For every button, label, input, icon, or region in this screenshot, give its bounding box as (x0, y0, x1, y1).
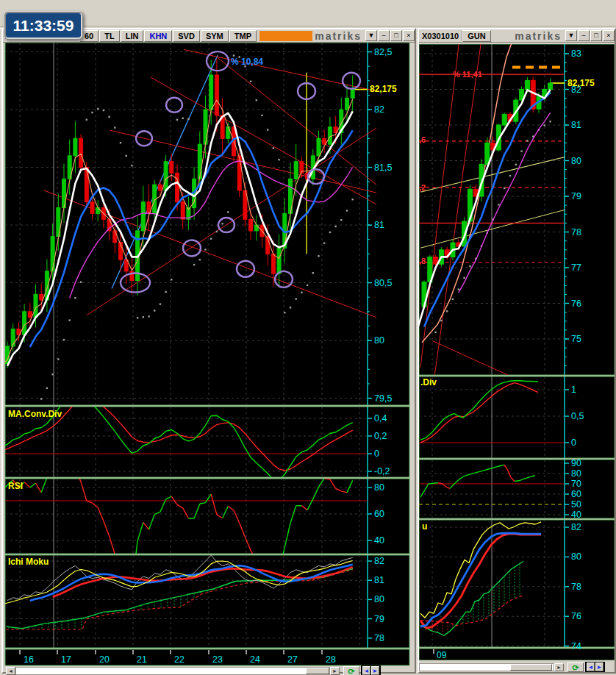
close-button-right[interactable]: × (603, 30, 615, 41)
svd-button[interactable]: SVD (173, 30, 200, 42)
axis-label: 75 (571, 334, 581, 344)
current-price-left: 82,175 (370, 84, 397, 94)
left-chart-canvas[interactable]: 82,58281,58180,58079,50,40,20-0,28060408… (4, 43, 411, 666)
axis-label: 81 (571, 120, 581, 130)
ichimoku-pane-title-left: Ichi Moku (8, 557, 49, 567)
scroll-track[interactable] (15, 667, 330, 675)
dropdown-button-right[interactable]: ▼ (565, 30, 577, 41)
axis-label: 80 (571, 468, 581, 479)
axis-label: 80 (571, 551, 581, 562)
jump-buttons: ◄ ► (361, 665, 381, 675)
right-scrollbar: ► ⟳ ◄ ► (419, 662, 615, 672)
axis-label: 40 (571, 510, 581, 520)
axis-label: 80 (374, 594, 384, 604)
refresh-icon[interactable]: ⟳ (343, 666, 359, 675)
axis-label: 74 (571, 641, 581, 651)
macd-pane-title-right: .Div (420, 377, 437, 388)
jump-right-icon[interactable]: ► (371, 666, 379, 675)
level-label-3: ,8 (419, 257, 426, 265)
axis-label: 50 (571, 499, 581, 510)
axis-label: 80 (374, 482, 384, 493)
axis-label: 81,5 (374, 162, 392, 173)
minimize-button-right[interactable]: – (578, 30, 590, 41)
axis-label: 76 (571, 299, 581, 309)
matriks-logo-right: matriks (515, 30, 562, 42)
axis-label: 22 (174, 654, 185, 665)
axis-label: 0,5 (571, 411, 584, 421)
axis-label: 21 (137, 654, 147, 665)
maximize-button[interactable]: □ (390, 30, 402, 41)
axis-label: 82 (374, 104, 384, 115)
scroll-thumb-right[interactable] (510, 664, 552, 671)
axis-label: 27 (287, 654, 298, 665)
tmp-button[interactable]: TMP (229, 30, 257, 42)
axis-label: 20 (99, 654, 110, 665)
axis-label: 60 (374, 509, 384, 519)
axis-label: 81 (374, 220, 384, 230)
date-label-right: 09 (437, 650, 446, 660)
axis-label: 79,5 (374, 393, 392, 404)
sym-button[interactable]: SYM (201, 30, 229, 42)
maximize-button-right[interactable]: □ (590, 30, 602, 41)
axis-label: 0 (374, 449, 379, 459)
scroll-right-button[interactable]: ► (330, 667, 340, 675)
jump-buttons-right: ◄ ► (585, 662, 605, 672)
app-root: { "clock": {"time": "11:33:59"}, "left_w… (0, 0, 616, 675)
matriks-logo: matriks (315, 30, 362, 42)
scroll-left-button[interactable]: ◄ (6, 667, 15, 675)
axis-label: 78 (571, 582, 581, 592)
jump-left-icon[interactable]: ◄ (362, 666, 370, 675)
scroll-right-button-right[interactable]: ► (554, 663, 564, 671)
axis-label: 82 (571, 522, 581, 532)
current-price-right: 82,175 (567, 78, 595, 88)
scroll-thumb[interactable] (306, 668, 329, 674)
axis-label: 78 (374, 633, 384, 643)
scale-button[interactable]: LIN (121, 30, 144, 42)
axis-label: 81 (374, 575, 384, 585)
right-titlebar: X0301010 GUN matriks ▼ – □ × (419, 29, 615, 43)
right-chart-canvas[interactable]: 83828180797877767510,5090807060504082807… (419, 44, 615, 660)
axis-label: 1 (571, 385, 576, 395)
axis-label: 60 (571, 489, 581, 499)
axis-label: 79 (571, 191, 581, 201)
pct-change-label-right: % 11,41 (453, 70, 482, 79)
axis-label: 77 (571, 262, 581, 273)
macd-pane-title-left: MA.Conv.Div (8, 409, 62, 419)
axis-label: 0 (571, 438, 576, 448)
axis-label: 70 (571, 479, 581, 489)
axis-label: 80,5 (374, 278, 392, 288)
timeframe-button[interactable]: GUN (462, 30, 490, 42)
axis-label: 78 (571, 227, 581, 238)
axis-label: 76 (571, 611, 581, 621)
close-button[interactable]: × (403, 30, 415, 41)
axis-label: 83 (571, 49, 581, 59)
instrument-code: X0301010 (419, 31, 462, 41)
pct-change-label-left: % 10,84 (231, 57, 263, 67)
axis-label: 17 (61, 654, 71, 665)
axis-label: 23 (212, 654, 223, 665)
axis-label: 79 (374, 614, 384, 624)
jump-right-icon-right[interactable]: ► (595, 662, 604, 671)
minimize-button[interactable]: – (378, 30, 390, 41)
axis-label: 0,4 (374, 413, 387, 424)
axis-label: 0,2 (374, 431, 387, 441)
level-label-2: ,2 (419, 183, 426, 192)
axis-label: 16 (24, 654, 34, 665)
refresh-icon-right[interactable]: ⟳ (567, 662, 584, 672)
axis-label: 80 (374, 335, 384, 346)
alert-strip (259, 31, 312, 41)
left-scrollbar: ◄ ► ⟳ ◄ ► (6, 665, 412, 675)
axis-label: 40 (374, 535, 384, 546)
ichimoku-pane-title-right: u (422, 521, 427, 532)
scroll-track-right[interactable] (419, 663, 554, 671)
axis-label: 24 (250, 654, 260, 665)
dropdown-button[interactable]: ▼ (365, 30, 377, 41)
axis-label: 82,5 (374, 47, 392, 57)
axis-label: 82 (374, 556, 384, 566)
khn-button[interactable]: KHN (144, 30, 172, 42)
jump-left-icon-right[interactable]: ◄ (587, 662, 595, 671)
currency-button[interactable]: TL (99, 30, 119, 42)
clock-widget: 11:33:59 (4, 11, 83, 40)
rsi-pane-title-left: RSI (8, 481, 23, 491)
axis-label: 90 (571, 458, 581, 468)
